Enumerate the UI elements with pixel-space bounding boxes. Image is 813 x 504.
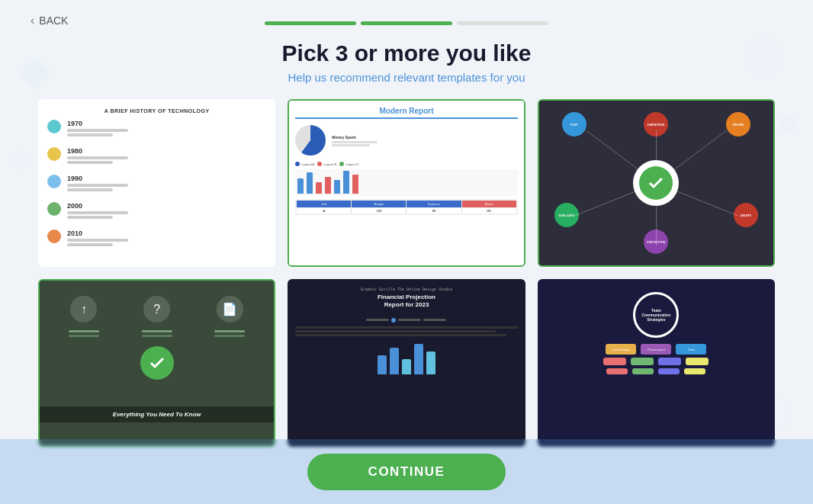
template-card-dark-infographic[interactable]: ↑ ? 📄 Everything You Need To Know [38,279,275,447]
team-sub-box-1 [603,358,626,365]
card-content-financial: Graphic Gorilla The Online Design Studio… [289,281,523,445]
report-header: Modern Report [295,107,517,119]
page-subtitle: Help us recommend relevant templates for… [0,71,813,84]
team-sub-box-2 [631,358,654,365]
team-row-1: Goal Setting Procurement Tools [606,344,706,355]
team-row-2 [603,358,709,365]
template-card-tech-history[interactable]: A Brief History of Technology 1970 1980 [38,99,275,267]
progress-segment-1 [265,21,356,25]
dark-icon-document: 📄 [217,296,243,323]
team-sub-box-3 [658,358,681,365]
team-row-3 [606,368,705,374]
back-label: BACK [39,14,68,27]
template-card-team-comm[interactable]: TeamCommunicationStrategies Goal Setting… [538,279,775,447]
team-sub-box-8 [684,368,705,374]
timeline-content: 1970 1980 1990 [47,117,266,249]
card-content-tech: A Brief History of Technology 1970 1980 [40,101,274,265]
card-content-report: Modern Report Money Spent Legend A Legen… [289,101,523,265]
team-comm-layout: TeamCommunicationStrategies Goal Setting… [539,281,773,389]
card-title-tech: A Brief History of Technology [47,108,266,114]
selected-checkmark-4 [140,346,174,380]
progress-bar [31,14,782,25]
template-card-design-thinking[interactable]: DESIGNTHINKING EMPATHIZE DEFINE IDEATE P… [538,99,775,267]
continue-button[interactable]: CONTINUE [307,454,506,490]
template-card-financial[interactable]: Graphic Gorilla The Online Design Studio… [288,279,525,447]
bottom-bar: CONTINUE [0,439,813,504]
dark-icon-arrow: ↑ [70,296,97,323]
team-sub-box-6 [632,368,654,374]
back-button[interactable]: ‹ BACK [31,14,68,27]
team-box-procurement: Procurement [641,344,671,355]
card-content-teamcomm: TeamCommunicationStrategies Goal Setting… [539,281,773,445]
page-title: Pick 3 or more you like [0,40,813,66]
team-sub-box-4 [686,358,709,365]
header: ‹ BACK [0,0,813,33]
template-card-modern-report[interactable]: Modern Report Money Spent Legend A Legen… [288,99,525,267]
selected-checkmark-3 [639,166,673,200]
dark-icon-question: ? [143,296,170,323]
team-sub-box-5 [606,368,628,374]
progress-segment-3 [457,21,548,25]
title-section: Pick 3 or more you like Help us recommen… [0,40,813,84]
pie-chart [295,125,326,156]
team-main-circle: TeamCommunicationStrategies [633,292,679,338]
team-sub-box-7 [658,368,680,374]
dark-icons-row: ↑ ? 📄 [40,281,274,330]
chevron-left-icon: ‹ [31,14,34,27]
team-box-tools: Tools [676,344,706,355]
team-box-goals: Goal Setting [606,344,636,355]
progress-segment-2 [361,21,452,25]
templates-grid: A Brief History of Technology 1970 1980 [0,84,813,457]
